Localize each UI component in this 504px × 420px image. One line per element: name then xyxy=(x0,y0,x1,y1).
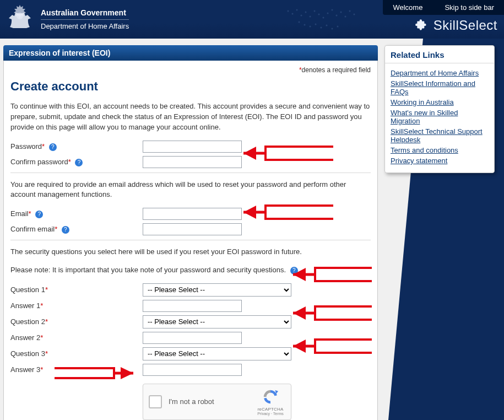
label-confirm-password: Confirm password* ? xyxy=(10,158,143,166)
world-map-decoration-icon xyxy=(277,0,387,39)
required-note: *denotes a required field xyxy=(10,63,371,75)
brand: SkillSelect xyxy=(415,18,497,33)
label-question3: Question 3* xyxy=(10,349,143,358)
security-section-intro: The security questions you select here w… xyxy=(10,247,371,257)
svg-point-2 xyxy=(292,13,294,15)
answer1-input[interactable] xyxy=(143,300,242,312)
top-links: Welcome Skip to side bar xyxy=(383,0,504,15)
svg-point-14 xyxy=(345,16,346,18)
related-link[interactable]: SkillSelect Technical Support Helpdesk xyxy=(391,127,483,144)
security-section-note: Please note: It is important that you ta… xyxy=(10,265,371,276)
svg-point-5 xyxy=(305,12,307,13)
answer2-input[interactable] xyxy=(143,332,242,344)
help-icon[interactable]: ? xyxy=(290,267,298,274)
svg-point-16 xyxy=(354,14,355,15)
label-answer1: Answer 1* xyxy=(10,301,143,310)
help-icon[interactable]: ? xyxy=(75,159,83,166)
welcome-link[interactable]: Welcome xyxy=(393,3,422,12)
panel-body: *denotes a required field Create account… xyxy=(3,61,378,420)
svg-point-3 xyxy=(296,9,298,11)
related-links-title: Related Links xyxy=(385,46,494,63)
panel-title: Expression of interest (EOI) xyxy=(3,45,378,61)
answer3-input[interactable] xyxy=(143,364,242,376)
svg-point-19 xyxy=(310,26,311,28)
email-section-intro: You are required to provide an email add… xyxy=(10,180,371,201)
gov-name: Australian Government xyxy=(41,8,129,17)
label-email: Email* ? xyxy=(10,209,143,218)
recaptcha-icon xyxy=(262,399,279,407)
recaptcha-checkbox[interactable] xyxy=(149,395,162,408)
svg-point-12 xyxy=(336,15,338,17)
svg-point-22 xyxy=(326,25,328,26)
label-confirm-email: Confirm email* ? xyxy=(10,225,143,234)
svg-point-23 xyxy=(332,28,333,30)
intro-paragraph: To continue with this EOI, an account ne… xyxy=(10,101,371,133)
label-password: Password* ? xyxy=(10,142,143,151)
confirm-email-input[interactable] xyxy=(143,223,242,235)
top-bar: Australian Government Department of Home… xyxy=(0,0,504,39)
question1-select[interactable]: -- Please Select -- xyxy=(143,283,291,297)
confirm-password-input[interactable] xyxy=(143,156,242,168)
related-links-panel: Related Links Department of Home Affairs… xyxy=(384,45,495,173)
svg-point-1 xyxy=(288,10,289,12)
label-question1: Question 1* xyxy=(10,286,143,294)
svg-point-18 xyxy=(304,24,306,26)
password-input[interactable] xyxy=(143,141,242,153)
related-links-list: Department of Home Affairs SkillSelect I… xyxy=(385,63,494,173)
label-answer2: Answer 2* xyxy=(10,333,143,342)
svg-point-17 xyxy=(299,21,300,23)
related-link[interactable]: Department of Home Affairs xyxy=(391,69,479,77)
gov-department: Department of Home Affairs xyxy=(41,19,129,30)
label-answer3: Answer 3* xyxy=(10,365,143,374)
skip-link[interactable]: Skip to side bar xyxy=(445,3,494,12)
recaptcha-label: I'm not a robot xyxy=(169,397,214,406)
related-link[interactable]: What's new in Skilled Migration xyxy=(391,109,458,125)
puzzle-icon xyxy=(415,18,429,33)
question3-select[interactable]: -- Please Select -- xyxy=(143,347,291,360)
related-link[interactable]: SkillSelect Information and FAQs xyxy=(391,79,475,96)
aus-coat-of-arms-icon xyxy=(4,4,35,35)
svg-point-13 xyxy=(340,12,342,13)
recaptcha-legal: Privacy · Terms xyxy=(256,412,285,416)
svg-point-15 xyxy=(349,10,351,12)
help-icon[interactable]: ? xyxy=(62,226,69,234)
related-link[interactable]: Working in Australia xyxy=(391,98,454,106)
svg-point-10 xyxy=(327,13,329,14)
svg-point-20 xyxy=(315,24,317,25)
svg-point-8 xyxy=(318,14,320,15)
related-link[interactable]: Privacy statement xyxy=(391,157,447,165)
help-icon[interactable]: ? xyxy=(49,143,57,151)
recaptcha-widget: I'm not a robot reCAPTCHA xyxy=(143,384,291,420)
brand-text: SkillSelect xyxy=(433,18,497,33)
label-question2: Question 2* xyxy=(10,317,143,326)
svg-point-11 xyxy=(332,9,333,11)
email-input[interactable] xyxy=(143,208,242,220)
related-link[interactable]: Terms and conditions xyxy=(391,146,458,154)
recaptcha-brand: reCAPTCHA xyxy=(256,407,285,412)
svg-point-6 xyxy=(310,16,311,18)
svg-point-9 xyxy=(323,17,324,19)
svg-point-4 xyxy=(301,15,302,17)
help-icon[interactable]: ? xyxy=(35,211,43,218)
page-heading: Create account xyxy=(10,79,371,94)
svg-point-24 xyxy=(337,26,339,28)
svg-point-21 xyxy=(321,27,322,29)
svg-point-7 xyxy=(314,10,316,12)
question2-select[interactable]: -- Please Select -- xyxy=(143,315,291,329)
